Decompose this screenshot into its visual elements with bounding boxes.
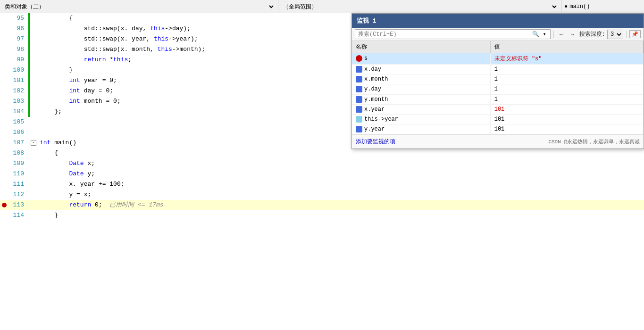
nav-back-button[interactable]: ← <box>557 30 566 39</box>
arrow-left-icon: ← <box>559 31 564 38</box>
collapse-110 <box>30 169 38 179</box>
line-number-103: 103 <box>8 96 28 107</box>
table-row: 112 y = x; <box>0 190 644 200</box>
line-number-107: 107 <box>8 138 28 148</box>
line-indicator-110 <box>0 169 8 179</box>
line-number-102: 102 <box>8 86 28 96</box>
line-number-101: 101 <box>8 75 28 86</box>
function-icon: ♦ <box>564 3 568 10</box>
table-row[interactable]: y.year101 <box>352 124 644 134</box>
table-row[interactable]: x.month1 <box>352 74 644 84</box>
watch-row-name: y.year <box>352 124 490 134</box>
line-number-112: 112 <box>8 190 28 200</box>
line-number-109: 109 <box>8 158 28 169</box>
line-indicator-114 <box>0 210 8 221</box>
class-dropdown[interactable]: 类和对象（二）类和对象（二） <box>3 3 275 10</box>
collapse-98 <box>30 44 38 55</box>
collapse-113 <box>30 200 38 210</box>
table-row[interactable]: this->year101 <box>352 114 644 124</box>
collapse-108 <box>30 148 38 158</box>
watch-row-name: this->year <box>352 114 490 124</box>
table-row: 111 x. year += 100; <box>0 179 644 190</box>
watch-search-input[interactable] <box>358 31 531 38</box>
search-icon-btn[interactable]: 🔍 ▾ <box>531 31 547 38</box>
table-row: 113 return 0; 已用时间 <= 17ms <box>0 200 644 210</box>
code-content-111: x. year += 100; <box>38 179 644 190</box>
collapse-105 <box>30 117 38 127</box>
col-name-header: 名称 <box>352 41 490 53</box>
class-dropdown-container[interactable]: 类和对象（二）类和对象（二） <box>0 0 278 13</box>
code-content-113: return 0; 已用时间 <= 17ms <box>38 200 644 210</box>
table-row[interactable]: y.day1 <box>352 84 644 94</box>
scope-dropdown-container[interactable]: （全局范围）（全局范围） <box>278 0 561 13</box>
watch-row-name: x.day <box>352 65 490 74</box>
collapse-111 <box>30 179 38 190</box>
watch-footer: 添加要监视的项 CSDN @永远热情，永远谦卑，永远真诚 <box>352 134 644 148</box>
collapse-109 <box>30 158 38 169</box>
search-dropdown-icon[interactable]: 🔍 ▾ <box>532 31 546 38</box>
nav-forward-button[interactable]: → <box>568 30 577 39</box>
collapse-96 <box>30 24 38 34</box>
watch-row-value: 未定义标识符 "s" <box>490 53 643 65</box>
line-indicator-106 <box>0 127 8 138</box>
toolbar-separator-1 <box>553 31 554 38</box>
watch-row-value: 1 <box>490 74 643 84</box>
table-row: 108 { <box>0 148 644 158</box>
table-row[interactable]: x.year101 <box>352 104 644 114</box>
depth-dropdown[interactable]: 3 1 2 4 5 <box>607 30 623 39</box>
line-number-114: 114 <box>8 210 28 221</box>
collapse-97 <box>30 34 38 44</box>
collapse-107[interactable]: - <box>30 138 38 148</box>
line-indicator-103 <box>0 96 8 107</box>
main-area: 95 { 96 std::swap(x. day, this->day); 97 <box>0 13 644 330</box>
line-indicator-97 <box>0 34 8 44</box>
scope-dropdown[interactable]: （全局范围）（全局范围） <box>281 3 558 10</box>
collapse-104 <box>30 107 38 117</box>
watch-panel: 监视 1 🔍 ▾ ← → 搜索深度: 3 1 2 <box>351 13 644 149</box>
watch-row-name: s <box>352 53 490 65</box>
watch-header: 监视 1 <box>352 14 644 28</box>
line-number-96: 96 <box>8 24 28 34</box>
watch-row-name: x.year <box>352 104 490 114</box>
line-number-105: 105 <box>8 117 28 127</box>
watch-row-value: 101 <box>490 124 643 134</box>
table-row[interactable]: x.day1 <box>352 65 644 74</box>
collapse-101 <box>30 75 38 86</box>
var-type-icon <box>356 126 362 132</box>
line-indicator-112 <box>0 190 8 200</box>
line-indicator-105 <box>0 117 8 127</box>
top-bar: 类和对象（二）类和对象（二） （全局范围）（全局范围） ♦ main() <box>0 0 644 13</box>
line-indicator-100 <box>0 65 8 75</box>
arrow-right-icon: → <box>570 31 576 38</box>
code-content-112: y = x; <box>38 190 644 200</box>
line-number-99: 99 <box>8 55 28 65</box>
code-content-114: } <box>38 210 644 221</box>
line-number-104: 104 <box>8 107 28 117</box>
watch-search-container[interactable]: 🔍 ▾ <box>355 29 551 39</box>
table-row: 114 } <box>0 210 644 221</box>
var-type-icon <box>356 116 362 123</box>
watch-row-value: 1 <box>490 94 643 104</box>
line-indicator-102 <box>0 86 8 96</box>
var-type-icon <box>356 96 362 103</box>
table-row[interactable]: s未定义标识符 "s" <box>352 53 644 65</box>
line-number-97: 97 <box>8 34 28 44</box>
watch-row-value: 101 <box>490 104 643 114</box>
collapse-100 <box>30 65 38 75</box>
pin-button[interactable]: 📌 <box>629 30 641 38</box>
line-indicator-96 <box>0 24 8 34</box>
add-watch-link[interactable]: 添加要监视的项 <box>356 138 395 146</box>
watch-row-name: x.month <box>352 74 490 84</box>
line-number-111: 111 <box>8 179 28 190</box>
line-indicator-109 <box>0 158 8 169</box>
line-indicator-107 <box>0 138 8 148</box>
line-indicator-108 <box>0 148 8 158</box>
line-indicator-111 <box>0 179 8 190</box>
pin-icon: 📌 <box>632 31 638 37</box>
breakpoint-113[interactable] <box>2 203 7 207</box>
code-content-109: Date x; <box>38 158 644 169</box>
table-row: 109 Date x; <box>0 158 644 169</box>
table-row[interactable]: y.month1 <box>352 94 644 104</box>
collapse-106 <box>30 127 38 138</box>
var-type-icon <box>356 66 362 73</box>
